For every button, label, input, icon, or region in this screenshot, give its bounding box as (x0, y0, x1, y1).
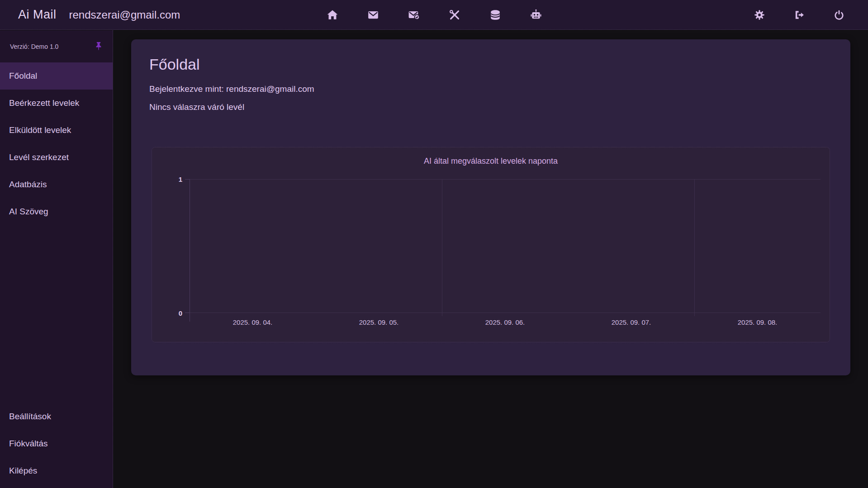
gridline-y0 (190, 313, 821, 313)
topbar-nav (326, 0, 542, 30)
sidebar-item[interactable]: Levél szerkezet (0, 144, 113, 171)
sidebar-item[interactable]: Elküldött levelek (0, 117, 113, 144)
account-email: rendszerai@gmail.com (69, 9, 180, 21)
sidebar-item[interactable]: Főoldal (0, 62, 113, 90)
home-icon[interactable] (326, 9, 339, 21)
x-axis-labels: 2025. 09. 04. 2025. 09. 05. 2025. 09. 06… (190, 318, 821, 327)
sidebar-item[interactable]: Beérkezett levelek (0, 90, 113, 117)
logged-in-text: Bejelentkezve mint: rendszerai@gmail.com (149, 84, 850, 94)
sidebar-footer-item[interactable]: Beállítások (0, 403, 113, 430)
y-axis-line (190, 179, 190, 322)
y-tick-label-1: 1 (169, 175, 182, 183)
gear-icon[interactable] (753, 9, 766, 21)
x-tick-label: 2025. 09. 06. (485, 318, 525, 326)
y-tick-label-0: 0 (169, 309, 182, 317)
sidebar-footer-item[interactable]: Kilépés (0, 457, 113, 484)
sidebar-footer-item[interactable]: Fiókváltás (0, 430, 113, 457)
gridline-x40 (442, 179, 442, 316)
chart-title: AI által megválaszolt levelek naponta (152, 156, 830, 166)
topbar: Ai Mail rendszerai@gmail.com (0, 0, 868, 30)
page-title: Főoldal (149, 56, 850, 73)
sidebar-nav: Főoldal Beérkezett levelek Elküldött lev… (0, 62, 113, 225)
y-tick-1 (185, 179, 190, 180)
main-card: Főoldal Bejelentkezve mint: rendszerai@g… (131, 39, 850, 375)
status-text: Nincs válaszra váró levél (149, 102, 850, 112)
sidebar-item[interactable]: AI Szöveg (0, 198, 113, 225)
robot-icon[interactable] (530, 9, 542, 21)
database-icon[interactable] (489, 9, 502, 21)
sidebar-footer-nav: Beállítások Fiókváltás Kilépés (0, 403, 113, 488)
gridline-y1 (190, 179, 821, 180)
chart-panel: AI által megválaszolt levelek naponta 1 … (152, 147, 830, 342)
x-tick-label: 2025. 09. 08. (738, 318, 778, 326)
chart-plot-area: 1 0 2025. 09. 04. 2025. 09. 05. 2025. 09… (190, 179, 821, 313)
x-tick-label: 2025. 09. 04. (233, 318, 273, 326)
topbar-actions (753, 0, 845, 30)
y-tick-0 (185, 313, 190, 313)
version-label: Verzió: Demo 1.0 (10, 43, 58, 50)
sign-out-icon[interactable] (793, 9, 806, 21)
thumbtack-icon[interactable] (94, 41, 104, 52)
gridline-x80 (694, 179, 695, 316)
envelope-icon[interactable] (367, 9, 379, 21)
tools-icon[interactable] (448, 9, 461, 21)
envelope-check-icon[interactable] (408, 9, 420, 21)
power-icon[interactable] (833, 9, 845, 21)
x-tick-label: 2025. 09. 05. (359, 318, 399, 326)
x-tick-label: 2025. 09. 07. (612, 318, 651, 326)
sidebar: Verzió: Demo 1.0 Főoldal Beérkezett leve… (0, 30, 113, 488)
sidebar-item[interactable]: Adatbázis (0, 171, 113, 198)
app-brand: Ai Mail (18, 8, 57, 22)
version-row: Verzió: Demo 1.0 (0, 30, 113, 62)
